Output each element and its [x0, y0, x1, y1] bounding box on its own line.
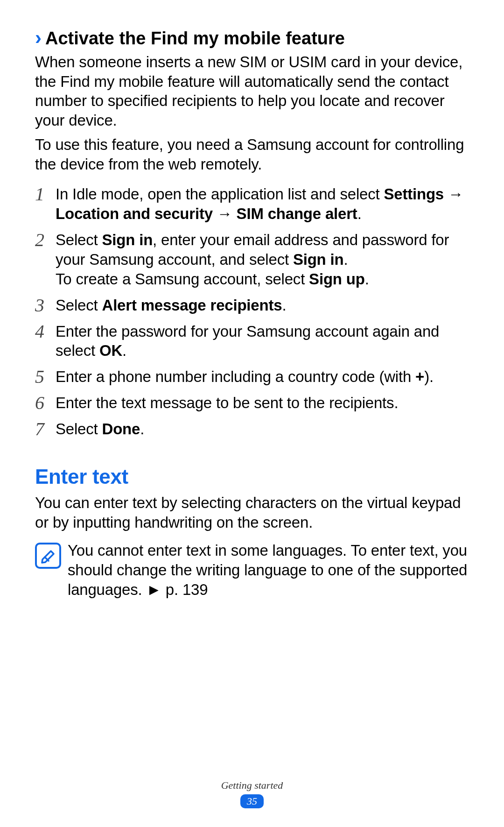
step-bold: Sign up [309, 270, 365, 288]
section-title: Enter text [35, 465, 469, 488]
step-number: 6 [35, 393, 56, 413]
step-number: 2 [35, 230, 56, 250]
step-6: 6 Enter the text message to be sent to t… [35, 393, 469, 413]
step-bold: + [415, 368, 424, 385]
step-number: 7 [35, 419, 56, 439]
chevron-right-icon: › [35, 28, 42, 48]
step-number: 4 [35, 322, 56, 341]
step-number: 5 [35, 367, 56, 387]
page-footer: Getting started 35 [0, 779, 504, 808]
step-text: . [357, 205, 362, 222]
step-text: . [122, 342, 126, 359]
note-text: You cannot enter text in some languages.… [68, 541, 469, 600]
subsection-heading: › Activate the Find my mobile feature [35, 28, 469, 49]
step-5: 5 Enter a phone number including a count… [35, 367, 469, 387]
step-text: In Idle mode, open the application list … [56, 185, 384, 203]
step-text: . [282, 297, 286, 314]
step-7: 7 Select Done. [35, 419, 469, 439]
footer-chapter: Getting started [0, 779, 504, 792]
step-text: . [365, 270, 369, 288]
step-number: 1 [35, 184, 56, 204]
step-text: Select [56, 231, 102, 248]
step-text: . [343, 251, 348, 268]
step-text: To create a Samsung account, select [56, 270, 309, 288]
step-text: Select [56, 420, 102, 438]
step-bold: Sign in [102, 231, 153, 248]
step-number: 3 [35, 296, 56, 315]
step-3: 3 Select Alert message recipients. [35, 296, 469, 315]
step-text: Select [56, 297, 102, 314]
document-page: › Activate the Find my mobile feature Wh… [0, 0, 504, 827]
step-bold: Done [102, 420, 140, 438]
step-body: In Idle mode, open the application list … [56, 184, 469, 224]
step-bold: OK [99, 342, 122, 359]
note-block: You cannot enter text in some languages.… [35, 541, 469, 600]
step-body: Select Alert message recipients. [56, 296, 286, 315]
step-bold: Sign in [293, 251, 344, 268]
subsection-title: Activate the Find my mobile feature [45, 28, 345, 49]
page-number: 35 [240, 794, 264, 808]
step-bold: Alert message recipients [102, 297, 282, 314]
step-body: Select Done. [56, 419, 144, 439]
step-text: ). [424, 368, 434, 385]
step-body: Enter the text message to be sent to the… [56, 393, 398, 413]
step-2: 2 Select Sign in, enter your email addre… [35, 230, 469, 289]
step-text: Enter a phone number including a country… [56, 368, 415, 385]
step-body: Select Sign in, enter your email address… [56, 230, 469, 289]
step-body: Enter a phone number including a country… [56, 367, 434, 387]
intro-paragraph-2: To use this feature, you need a Samsung … [35, 135, 469, 174]
steps-list: 1 In Idle mode, open the application lis… [35, 184, 469, 439]
step-4: 4 Enter the password for your Samsung ac… [35, 322, 469, 361]
step-text: Enter the text message to be sent to the… [56, 394, 398, 411]
intro-paragraph-1: When someone inserts a new SIM or USIM c… [35, 52, 469, 131]
step-body: Enter the password for your Samsung acco… [56, 322, 469, 361]
step-1: 1 In Idle mode, open the application lis… [35, 184, 469, 224]
section-intro: You can enter text by selecting characte… [35, 493, 469, 532]
step-text: . [140, 420, 144, 438]
note-icon [35, 543, 61, 569]
